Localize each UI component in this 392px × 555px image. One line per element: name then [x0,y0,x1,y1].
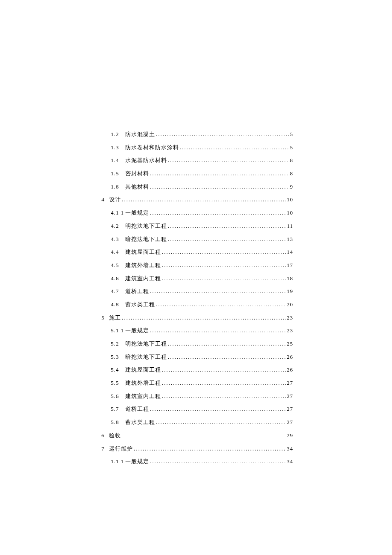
toc-entry-number: 5 [101,314,109,322]
toc-entry-page: 9 [290,183,294,191]
toc-entry-page: 13 [287,235,293,243]
toc-entry-page: 27 [287,392,293,400]
toc-entry-number: 7 [101,445,109,453]
toc-entry: 5.2明挖法地下工程25 [101,340,293,348]
toc-dot-leader [161,248,287,256]
toc-entry-page: 34 [287,445,293,453]
toc-entry-title: 防水卷材和防水涂料 [125,144,179,151]
toc-entry-number: 1.2 [111,131,125,138]
toc-entry-page: 19 [287,288,293,295]
toc-dot-leader [121,196,287,203]
toc-entry-page: 27 [287,379,293,387]
toc-entry: 1.1 1一般规定34 [101,458,293,465]
toc-entry: 4.2明挖法地下工程11 [101,222,293,230]
toc-entry-number: 5.1 1 [111,327,125,334]
toc-entry-number: 4.8 [111,301,125,308]
toc-entry-page: 23 [287,314,293,322]
toc-entry-page: 27 [287,405,293,413]
toc-entry-title: 暗挖法地下工程 [125,235,167,243]
toc-entry: 1.5密封材料8 [101,170,293,177]
toc-dot-leader [161,262,287,269]
toc-entry-page: 10 [287,196,293,203]
toc-entry-title: 道桥工程 [125,405,149,413]
toc-entry-page: 11 [287,222,293,230]
toc-entry-number: 5.8 [111,418,125,426]
table-of-contents: 1.2防水混凝土51.3防水卷材和防水涂料51.4水泥基防水材料81.5密封材料… [101,131,293,471]
toc-entry-title: 验收 [109,432,121,439]
toc-entry-title: 设计 [109,196,121,203]
toc-dot-leader [149,183,290,191]
toc-dot-leader [155,418,287,426]
toc-entry: 4.1 1一般规定10 [101,209,293,217]
toc-entry: 5.4建筑屋面工程26 [101,366,293,374]
toc-entry-page: 5 [290,144,294,151]
toc-entry-title: 道桥工程 [125,288,149,295]
toc-entry-number: 4.7 [111,288,125,295]
toc-dot-leader [149,170,290,177]
toc-dot-leader [121,314,287,322]
toc-entry: 5.3暗挖法地下工程26 [101,353,293,361]
toc-entry-title: 一般规定 [125,209,149,217]
toc-dot-leader [161,366,287,374]
toc-entry-title: 防水混凝土 [125,131,155,138]
toc-entry-number: 4.1 1 [111,209,125,217]
toc-entry: 5.7道桥工程27 [101,405,293,413]
toc-entry-number: 5.2 [111,340,125,348]
toc-entry-number: 4 [101,196,109,203]
toc-entry-number: 1.5 [111,170,125,177]
toc-entry-page: 26 [287,353,293,361]
toc-entry-page: 34 [287,458,293,465]
toc-entry-number: 5.3 [111,353,125,361]
toc-entry: 5.5建筑外墙工程27 [101,379,293,387]
toc-entry-title: 建筑室内工程 [125,392,161,400]
toc-entry-page: 25 [287,340,293,348]
toc-entry-page: 18 [287,275,293,282]
toc-entry-title: 一般规定 [125,458,149,465]
toc-dot-leader [179,144,290,151]
toc-dot-leader [149,327,287,334]
toc-dot-leader [167,353,287,361]
toc-entry-number: 4.3 [111,235,125,243]
toc-entry-page: 23 [287,327,293,334]
toc-entry-title: 其他材料 [125,183,149,191]
toc-entry-page: 14 [287,248,293,256]
toc-entry: 7运行维护34 [101,445,293,453]
toc-entry-title: 建筑屋面工程 [125,248,161,256]
toc-entry-number: 1.6 [111,183,125,191]
toc-dot-leader [133,445,287,453]
toc-entry-number: 5.5 [111,379,125,387]
toc-entry-title: 蓄水类工程 [125,301,155,308]
toc-entry-title: 建筑屋面工程 [125,366,161,374]
toc-entry-number: 1.4 [111,157,125,164]
toc-entry-title: 施工 [109,314,121,322]
toc-entry: 4.4建筑屋面工程14 [101,248,293,256]
toc-entry-title: 暗挖法地下工程 [125,353,167,361]
toc-dot-leader [167,157,290,164]
toc-entry-number: 5.4 [111,366,125,374]
toc-dot-leader [155,301,287,308]
toc-entry: 5施工23 [101,314,293,322]
toc-entry-title: 建筑外墙工程 [125,262,161,269]
toc-entry-number: 6 [101,432,109,439]
toc-entry: 4.3暗挖法地下工程13 [101,235,293,243]
toc-entry-page: 27 [287,418,293,426]
toc-entry-number: 1.3 [111,144,125,151]
toc-entry-page: 26 [287,366,293,374]
toc-entry: 5.1 1一般规定23 [101,327,293,334]
toc-entry-number: 4.2 [111,222,125,230]
toc-entry-number: 1.1 1 [111,458,125,465]
toc-entry: 4.5建筑外墙工程17 [101,262,293,269]
toc-entry-title: 运行维护 [109,445,133,453]
toc-entry: 1.3防水卷材和防水涂料5 [101,144,293,151]
toc-entry: 5.8蓄水类工程27 [101,418,293,426]
toc-entry: 1.4水泥基防水材料8 [101,157,293,164]
toc-entry-number: 5.7 [111,405,125,413]
toc-entry-page: 8 [290,170,294,177]
toc-dot-leader [167,222,287,230]
toc-entry-number: 4.5 [111,262,125,269]
toc-dot-leader [149,209,287,217]
toc-entry: 4设计10 [101,196,293,203]
toc-entry-title: 明挖法地下工程 [125,222,167,230]
toc-entry-title: 密封材料 [125,170,149,177]
toc-entry-title: 建筑室内工程 [125,275,161,282]
